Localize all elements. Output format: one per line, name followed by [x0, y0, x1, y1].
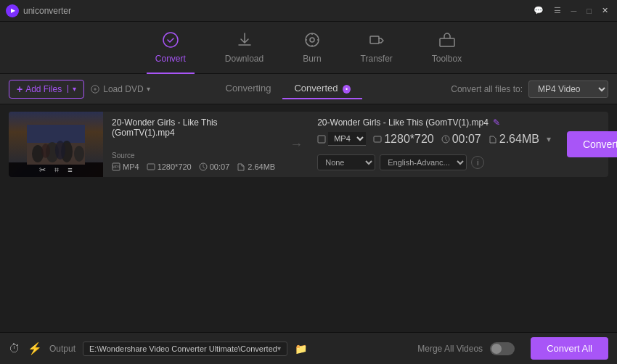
app-name: uniconverter — [23, 6, 71, 16]
nav-item-transfer[interactable]: Transfer — [352, 28, 401, 67]
clock-icon — [199, 162, 208, 171]
add-files-label: Add Files — [25, 84, 62, 94]
svg-rect-3 — [370, 36, 379, 44]
source-label: Source — [112, 152, 275, 160]
menu-icon[interactable]: ☰ — [551, 4, 564, 17]
svg-point-1 — [306, 33, 319, 46]
target-duration: 00:07 — [452, 133, 481, 146]
target-filename: 20-Wonder Girls - Like This (GomTV(1).mp… — [317, 117, 489, 128]
folder-icon[interactable]: 📁 — [295, 343, 307, 355]
audio-select[interactable]: English-Advanc... English — [380, 154, 467, 170]
source-resolution-tag: 1280*720 — [147, 162, 192, 171]
navbar: Convert Download Burn Tran — [0, 22, 617, 74]
clock-status-icon[interactable]: ⏱ — [9, 342, 20, 355]
source-resolution: 1280*720 — [158, 162, 192, 171]
burn-nav-icon — [303, 31, 321, 51]
source-size-tag: 2.64MB — [237, 162, 275, 171]
download-nav-icon — [236, 31, 253, 51]
transfer-nav-icon — [368, 31, 385, 51]
file-thumbnail: ✂ ⌗ ≡ — [9, 112, 103, 177]
output-label: Output — [49, 344, 75, 354]
convert-button[interactable]: Convert — [567, 131, 617, 157]
source-format: MP4 — [123, 162, 139, 171]
maximize-button[interactable]: □ — [584, 5, 594, 17]
toolbox-nav-icon — [438, 31, 456, 51]
thumbnail-controls: ✂ ⌗ ≡ — [9, 162, 103, 177]
logo-icon — [6, 4, 19, 17]
svg-point-14 — [55, 141, 65, 160]
merge-toggle[interactable] — [490, 342, 515, 355]
file-source-info: 20-Wonder Girls - Like This (GomTV(1).mp… — [103, 112, 284, 177]
source-size: 2.64MB — [248, 162, 275, 171]
target-res-icon — [373, 135, 382, 144]
svg-text:MP4: MP4 — [113, 165, 120, 169]
convert-all-button[interactable]: Convert All — [531, 337, 608, 360]
target-file-icon — [317, 135, 326, 144]
svg-rect-17 — [147, 164, 155, 170]
plus-icon: + — [17, 83, 23, 95]
nav-burn-label: Burn — [303, 54, 321, 64]
statusbar: ⏱ ⚡ Output E:\Wondershare Video Converte… — [0, 332, 617, 364]
source-duration-tag: 00:07 — [199, 162, 230, 171]
convert-all-files-label: Convert all files to: — [451, 84, 523, 94]
settings-icon[interactable]: ≡ — [68, 165, 72, 174]
info-button[interactable]: i — [471, 156, 484, 169]
target-size-icon — [489, 135, 497, 144]
svg-rect-20 — [374, 136, 381, 142]
dvd-icon — [90, 84, 100, 94]
nav-convert-label: Convert — [155, 54, 186, 64]
target-dropdown-arrow[interactable]: ▾ — [547, 134, 551, 144]
main-content: ✂ ⌗ ≡ 20-Wonder Girls - Like This (GomTV… — [0, 104, 617, 332]
add-files-button[interactable]: + Add Files ▾ — [9, 80, 84, 99]
svg-point-2 — [310, 38, 314, 42]
format-selector[interactable]: MP4 Video MKV Video AVI Video — [528, 80, 608, 98]
target-format-select[interactable]: MP4MKVAVI — [328, 132, 366, 146]
scissors-icon[interactable]: ✂ — [39, 165, 46, 175]
load-dvd-button[interactable]: Load DVD ▾ — [90, 84, 150, 94]
edit-icon[interactable]: ✎ — [493, 117, 500, 128]
source-format-tag: MP4 MP4 — [112, 162, 139, 171]
titlebar: uniconverter 💬 ☰ ─ □ ✕ — [0, 0, 617, 22]
filesize-icon — [237, 162, 245, 171]
tab-converted[interactable]: Converted • — [282, 78, 362, 99]
file-target-info: 20-Wonder Girls - Like This (GomTV(1).mp… — [308, 112, 560, 177]
merge-all-label: Merge All Videos — [417, 344, 483, 354]
nav-transfer-label: Transfer — [361, 54, 393, 64]
thumb-svg — [27, 125, 85, 165]
svg-point-0 — [163, 33, 178, 47]
load-dvd-label: Load DVD — [103, 84, 143, 94]
target-name-row: 20-Wonder Girls - Like This (GomTV(1).mp… — [317, 117, 551, 128]
chat-icon[interactable]: 💬 — [531, 4, 547, 17]
target-tags-container: MP4MKVAVI 1280*720 00:07 2.64MB — [317, 132, 551, 170]
crop-icon[interactable]: ⌗ — [54, 165, 59, 175]
target-size-tag: 2.64MB — [489, 133, 539, 146]
flash-status-icon[interactable]: ⚡ — [28, 342, 42, 355]
target-size: 2.64MB — [499, 133, 539, 146]
minimize-button[interactable]: ─ — [568, 5, 580, 17]
svg-point-12 — [74, 146, 84, 162]
load-dvd-arrow: ▾ — [147, 85, 150, 93]
tab-converting[interactable]: Converting — [214, 78, 283, 99]
converted-badge: • — [343, 85, 351, 94]
svg-rect-4 — [440, 38, 454, 46]
target-duration-tag: 00:07 — [441, 133, 481, 146]
target-resolution: 1280*720 — [384, 133, 434, 146]
subtitle-select[interactable]: None Auto — [317, 154, 375, 170]
nav-item-toolbox[interactable]: Toolbox — [423, 28, 470, 67]
output-path[interactable]: E:\Wondershare Video Converter Ultimate\… — [83, 342, 287, 356]
convert-arrow: → — [284, 137, 308, 152]
nav-item-download[interactable]: Download — [216, 28, 272, 67]
add-files-dropdown-arrow[interactable]: ▾ — [68, 85, 76, 93]
file-icon: MP4 — [112, 162, 120, 171]
target-tags-row: MP4MKVAVI 1280*720 00:07 2.64MB — [317, 132, 551, 146]
source-tags: MP4 MP4 1280*720 00:07 2.64MB — [112, 162, 275, 171]
app-logo: uniconverter — [6, 4, 71, 17]
toolbar: + Add Files ▾ Load DVD ▾ Converting Conv… — [0, 74, 617, 104]
window-controls: 💬 ☰ ─ □ ✕ — [531, 4, 611, 17]
close-button[interactable]: ✕ — [599, 4, 611, 17]
target-format-tag: MP4MKVAVI — [317, 132, 366, 146]
nav-item-burn[interactable]: Burn — [294, 28, 330, 67]
nav-item-convert[interactable]: Convert — [147, 28, 195, 67]
resolution-icon — [147, 162, 155, 171]
svg-rect-19 — [318, 136, 325, 143]
